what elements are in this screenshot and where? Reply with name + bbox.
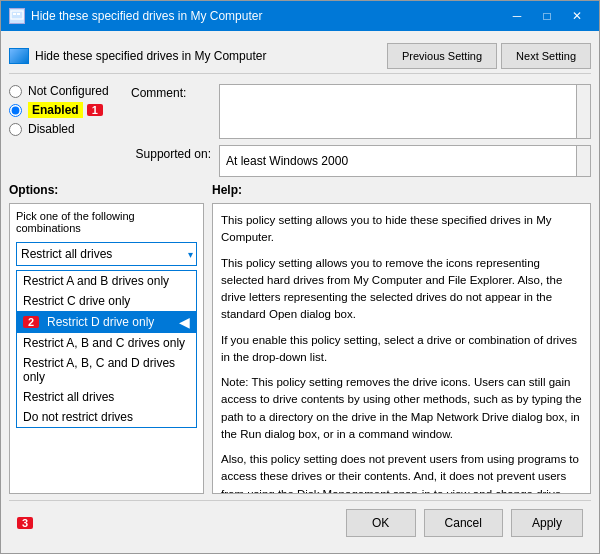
enabled-label: Enabled (28, 102, 83, 118)
dropdown-item-4[interactable]: Restrict A, B, C and D drives only (17, 353, 196, 387)
main-window: Hide these specified drives in My Comput… (0, 0, 600, 554)
help-p1: This policy setting allows you to hide t… (221, 212, 582, 247)
disabled-row: Disabled (9, 122, 119, 136)
enabled-radio[interactable] (9, 104, 22, 117)
not-configured-label: Not Configured (28, 84, 109, 98)
help-p3: If you enable this policy setting, selec… (221, 332, 582, 367)
help-p4: Note: This policy setting removes the dr… (221, 374, 582, 443)
main-panels: Options: Pick one of the following combi… (9, 183, 591, 494)
supported-scrollbar[interactable] (577, 145, 591, 177)
supported-right: At least Windows 2000 (219, 145, 591, 177)
options-inner: Pick one of the following combinations R… (9, 203, 204, 494)
dropdown-item-2[interactable]: 2 Restrict D drive only ◀ (17, 311, 196, 333)
enabled-badge-group: Enabled 1 (28, 102, 103, 118)
comment-scrollbar[interactable] (577, 84, 591, 139)
dropdown-item-3[interactable]: Restrict A, B and C drives only (17, 333, 196, 353)
disabled-radio[interactable] (9, 123, 22, 136)
close-button[interactable]: ✕ (563, 5, 591, 27)
footer-left: 3 (17, 517, 338, 529)
svg-rect-1 (13, 13, 16, 15)
nav-buttons: Previous Setting Next Setting (387, 43, 591, 69)
maximize-button[interactable]: □ (533, 5, 561, 27)
comment-right (219, 84, 591, 139)
footer-badge: 3 (17, 517, 33, 529)
dropdown-item-5[interactable]: Restrict all drives (17, 387, 196, 407)
content-area: Hide these specified drives in My Comput… (1, 31, 599, 553)
help-box[interactable]: This policy setting allows you to hide t… (212, 203, 591, 494)
supported-value: At least Windows 2000 (219, 145, 577, 177)
help-panel: Help: This policy setting allows you to … (212, 183, 591, 494)
dropdown-item-6[interactable]: Do not restrict drives (17, 407, 196, 427)
comment-section: Comment: (131, 84, 591, 139)
enabled-row: Enabled 1 (9, 102, 119, 118)
svg-rect-2 (17, 13, 20, 15)
title-bar-controls: ─ □ ✕ (503, 5, 591, 27)
dropdown-item-1[interactable]: Restrict C drive only (17, 291, 196, 311)
next-setting-button[interactable]: Next Setting (501, 43, 591, 69)
not-configured-radio[interactable] (9, 85, 22, 98)
prev-setting-button[interactable]: Previous Setting (387, 43, 497, 69)
cancel-button[interactable]: Cancel (424, 509, 503, 537)
enabled-badge-num: 1 (87, 104, 103, 116)
radio-section: Not Configured Enabled 1 Disabled (9, 84, 119, 136)
dropdown-item-0[interactable]: Restrict A and B drives only (17, 271, 196, 291)
apply-button[interactable]: Apply (511, 509, 583, 537)
dropdown-list: Restrict A and B drives only Restrict C … (16, 270, 197, 428)
options-title: Options: (9, 183, 204, 197)
options-subtitle: Pick one of the following combinations (16, 210, 197, 234)
ok-button[interactable]: OK (346, 509, 416, 537)
title-bar: Hide these specified drives in My Comput… (1, 1, 599, 31)
help-p2: This policy setting allows you to remove… (221, 255, 582, 324)
selected-badge: 2 (23, 316, 39, 328)
right-meta: Comment: Supported on: At least Windows … (131, 84, 591, 177)
dropdown-item-2-row: 2 Restrict D drive only ◀ (17, 311, 196, 333)
supported-label: Supported on: (131, 145, 211, 161)
dropdown-wrapper: Restrict all drives ▾ (16, 242, 197, 266)
window-icon (9, 8, 25, 24)
header-policy-icon (9, 48, 29, 64)
minimize-button[interactable]: ─ (503, 5, 531, 27)
comment-label: Comment: (131, 84, 211, 100)
help-p5: Also, this policy setting does not preve… (221, 451, 582, 494)
drive-dropdown[interactable]: Restrict all drives (16, 242, 197, 266)
footer-bar: 3 OK Cancel Apply (9, 500, 591, 545)
comment-textarea[interactable] (219, 84, 577, 139)
header-title: Hide these specified drives in My Comput… (35, 49, 266, 63)
title-bar-left: Hide these specified drives in My Comput… (9, 8, 262, 24)
window-title: Hide these specified drives in My Comput… (31, 9, 262, 23)
not-configured-row: Not Configured (9, 84, 119, 98)
help-title: Help: (212, 183, 591, 197)
arrow-right-icon: ◀ (179, 314, 190, 330)
options-panel: Options: Pick one of the following combi… (9, 183, 204, 494)
supported-section: Supported on: At least Windows 2000 (131, 145, 591, 177)
header-bar: Hide these specified drives in My Comput… (9, 39, 591, 74)
disabled-label: Disabled (28, 122, 75, 136)
dropdown-item-2-text: Restrict D drive only (47, 315, 154, 329)
top-meta: Not Configured Enabled 1 Disabled (9, 84, 591, 177)
header-title-area: Hide these specified drives in My Comput… (9, 48, 266, 64)
